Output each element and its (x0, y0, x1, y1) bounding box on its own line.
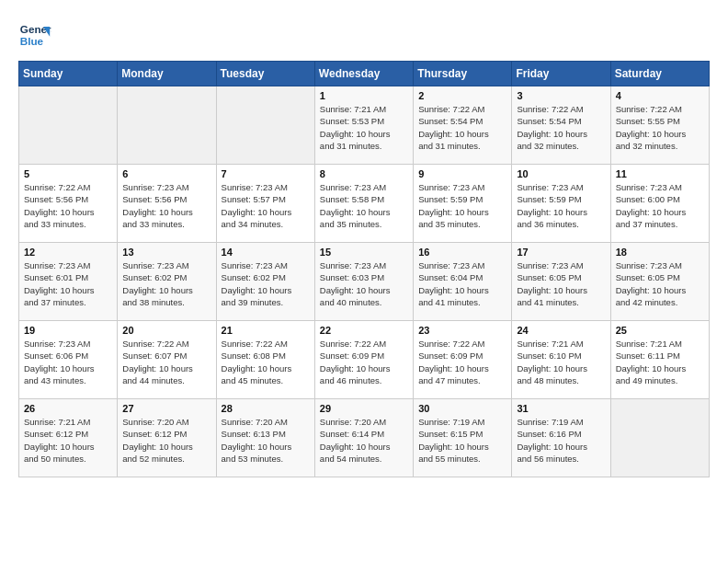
day-info: Sunrise: 7:23 AM Sunset: 6:02 PM Dayligh… (222, 259, 310, 308)
day-info: Sunrise: 7:23 AM Sunset: 6:01 PM Dayligh… (24, 259, 112, 308)
day-number: 24 (517, 325, 605, 336)
calendar-cell: 5Sunrise: 7:22 AM Sunset: 5:56 PM Daylig… (19, 165, 118, 243)
day-number: 19 (24, 325, 112, 336)
day-number: 10 (517, 168, 605, 179)
calendar-cell: 4Sunrise: 7:22 AM Sunset: 5:55 PM Daylig… (610, 86, 709, 165)
day-info: Sunrise: 7:21 AM Sunset: 6:11 PM Dayligh… (616, 338, 704, 386)
day-info: Sunrise: 7:22 AM Sunset: 5:56 PM Dayligh… (24, 181, 112, 230)
calendar-cell: 28Sunrise: 7:20 AM Sunset: 6:13 PM Dayli… (216, 399, 314, 477)
day-number: 1 (320, 90, 408, 101)
calendar-cell (610, 399, 709, 477)
day-header-sunday: Sunday (19, 62, 118, 86)
calendar-cell: 21Sunrise: 7:22 AM Sunset: 6:08 PM Dayli… (216, 321, 314, 399)
day-info: Sunrise: 7:21 AM Sunset: 6:10 PM Dayligh… (517, 338, 605, 386)
svg-text:Blue: Blue (20, 35, 44, 47)
day-number: 18 (616, 247, 704, 258)
day-header-tuesday: Tuesday (216, 62, 314, 86)
calendar-cell: 30Sunrise: 7:19 AM Sunset: 6:15 PM Dayli… (414, 399, 512, 477)
day-number: 25 (616, 325, 704, 336)
day-info: Sunrise: 7:22 AM Sunset: 5:55 PM Dayligh… (616, 103, 704, 152)
day-info: Sunrise: 7:23 AM Sunset: 5:59 PM Dayligh… (418, 181, 506, 230)
day-number: 30 (418, 403, 506, 414)
day-info: Sunrise: 7:22 AM Sunset: 6:09 PM Dayligh… (418, 338, 506, 386)
calendar-cell: 14Sunrise: 7:23 AM Sunset: 6:02 PM Dayli… (216, 243, 314, 321)
calendar-header-row: SundayMondayTuesdayWednesdayThursdayFrid… (19, 62, 710, 86)
logo-icon: General Blue (18, 18, 51, 52)
day-number: 14 (222, 247, 310, 258)
day-number: 26 (24, 403, 112, 414)
calendar-cell: 11Sunrise: 7:23 AM Sunset: 6:00 PM Dayli… (610, 165, 709, 243)
day-info: Sunrise: 7:23 AM Sunset: 5:58 PM Dayligh… (320, 181, 408, 230)
calendar-cell (118, 86, 216, 165)
day-number: 12 (24, 247, 112, 258)
day-info: Sunrise: 7:22 AM Sunset: 5:54 PM Dayligh… (418, 103, 506, 152)
day-info: Sunrise: 7:23 AM Sunset: 6:04 PM Dayligh… (418, 259, 506, 308)
calendar-cell: 18Sunrise: 7:23 AM Sunset: 6:05 PM Dayli… (610, 243, 709, 321)
day-number: 8 (320, 168, 408, 179)
day-number: 13 (122, 247, 210, 258)
day-info: Sunrise: 7:20 AM Sunset: 6:13 PM Dayligh… (222, 416, 310, 465)
day-number: 4 (616, 90, 704, 101)
day-number: 20 (122, 325, 210, 336)
calendar-cell: 20Sunrise: 7:22 AM Sunset: 6:07 PM Dayli… (118, 321, 216, 399)
calendar-cell: 12Sunrise: 7:23 AM Sunset: 6:01 PM Dayli… (19, 243, 118, 321)
calendar-cell: 1Sunrise: 7:21 AM Sunset: 5:53 PM Daylig… (314, 86, 413, 165)
header: General Blue (18, 18, 710, 52)
calendar-cell: 15Sunrise: 7:23 AM Sunset: 6:03 PM Dayli… (314, 243, 413, 321)
day-info: Sunrise: 7:23 AM Sunset: 6:06 PM Dayligh… (24, 338, 112, 386)
day-info: Sunrise: 7:23 AM Sunset: 6:00 PM Dayligh… (616, 181, 704, 230)
calendar-cell: 22Sunrise: 7:22 AM Sunset: 6:09 PM Dayli… (314, 321, 413, 399)
day-number: 15 (320, 247, 408, 258)
calendar-cell: 19Sunrise: 7:23 AM Sunset: 6:06 PM Dayli… (19, 321, 118, 399)
day-info: Sunrise: 7:20 AM Sunset: 6:12 PM Dayligh… (122, 416, 210, 465)
day-header-monday: Monday (118, 62, 216, 86)
day-info: Sunrise: 7:23 AM Sunset: 5:56 PM Dayligh… (122, 181, 210, 230)
day-number: 29 (320, 403, 408, 414)
calendar-cell: 3Sunrise: 7:22 AM Sunset: 5:54 PM Daylig… (512, 86, 610, 165)
calendar-week-row: 26Sunrise: 7:21 AM Sunset: 6:12 PM Dayli… (19, 399, 710, 477)
day-number: 9 (418, 168, 506, 179)
day-number: 21 (222, 325, 310, 336)
day-info: Sunrise: 7:20 AM Sunset: 6:14 PM Dayligh… (320, 416, 408, 465)
calendar-cell: 25Sunrise: 7:21 AM Sunset: 6:11 PM Dayli… (610, 321, 709, 399)
day-info: Sunrise: 7:21 AM Sunset: 5:53 PM Dayligh… (320, 103, 408, 152)
day-info: Sunrise: 7:23 AM Sunset: 6:03 PM Dayligh… (320, 259, 408, 308)
day-number: 11 (616, 168, 704, 179)
day-header-wednesday: Wednesday (314, 62, 413, 86)
day-number: 22 (320, 325, 408, 336)
calendar-cell: 6Sunrise: 7:23 AM Sunset: 5:56 PM Daylig… (118, 165, 216, 243)
day-number: 3 (517, 90, 605, 101)
day-info: Sunrise: 7:23 AM Sunset: 5:59 PM Dayligh… (517, 181, 605, 230)
day-info: Sunrise: 7:23 AM Sunset: 5:57 PM Dayligh… (222, 181, 310, 230)
day-info: Sunrise: 7:22 AM Sunset: 6:07 PM Dayligh… (122, 338, 210, 386)
day-info: Sunrise: 7:19 AM Sunset: 6:15 PM Dayligh… (418, 416, 506, 465)
day-header-friday: Friday (512, 62, 610, 86)
calendar-cell: 7Sunrise: 7:23 AM Sunset: 5:57 PM Daylig… (216, 165, 314, 243)
day-number: 16 (418, 247, 506, 258)
day-number: 5 (24, 168, 112, 179)
calendar-cell: 9Sunrise: 7:23 AM Sunset: 5:59 PM Daylig… (414, 165, 512, 243)
day-number: 27 (122, 403, 210, 414)
calendar-week-row: 12Sunrise: 7:23 AM Sunset: 6:01 PM Dayli… (19, 243, 710, 321)
calendar-cell: 16Sunrise: 7:23 AM Sunset: 6:04 PM Dayli… (414, 243, 512, 321)
calendar-cell: 10Sunrise: 7:23 AM Sunset: 5:59 PM Dayli… (512, 165, 610, 243)
day-info: Sunrise: 7:19 AM Sunset: 6:16 PM Dayligh… (517, 416, 605, 465)
calendar-cell (216, 86, 314, 165)
calendar-cell: 29Sunrise: 7:20 AM Sunset: 6:14 PM Dayli… (314, 399, 413, 477)
day-info: Sunrise: 7:23 AM Sunset: 6:02 PM Dayligh… (122, 259, 210, 308)
day-number: 6 (122, 168, 210, 179)
day-header-thursday: Thursday (414, 62, 512, 86)
calendar-cell: 26Sunrise: 7:21 AM Sunset: 6:12 PM Dayli… (19, 399, 118, 477)
day-info: Sunrise: 7:21 AM Sunset: 6:12 PM Dayligh… (24, 416, 112, 465)
day-info: Sunrise: 7:22 AM Sunset: 6:08 PM Dayligh… (222, 338, 310, 386)
calendar-cell: 13Sunrise: 7:23 AM Sunset: 6:02 PM Dayli… (118, 243, 216, 321)
calendar-week-row: 1Sunrise: 7:21 AM Sunset: 5:53 PM Daylig… (19, 86, 710, 165)
day-number: 2 (418, 90, 506, 101)
day-header-saturday: Saturday (610, 62, 709, 86)
day-number: 17 (517, 247, 605, 258)
calendar-week-row: 5Sunrise: 7:22 AM Sunset: 5:56 PM Daylig… (19, 165, 710, 243)
day-number: 23 (418, 325, 506, 336)
calendar-cell: 23Sunrise: 7:22 AM Sunset: 6:09 PM Dayli… (414, 321, 512, 399)
calendar-cell: 2Sunrise: 7:22 AM Sunset: 5:54 PM Daylig… (414, 86, 512, 165)
day-info: Sunrise: 7:22 AM Sunset: 6:09 PM Dayligh… (320, 338, 408, 386)
